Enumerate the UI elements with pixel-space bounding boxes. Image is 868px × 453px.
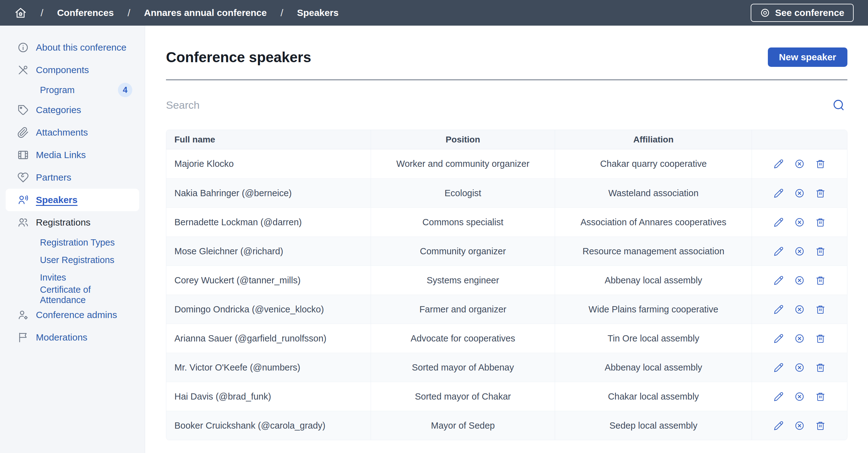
sidebar-item-user-registrations[interactable]: User Registrations — [6, 251, 139, 269]
delete-button[interactable] — [815, 362, 826, 373]
program-count-badge: 4 — [118, 83, 132, 97]
unpublish-button[interactable] — [794, 246, 805, 256]
sidebar-item-partners[interactable]: Partners — [6, 166, 139, 189]
delete-button[interactable] — [815, 188, 826, 198]
cell-position: Systems engineer — [371, 265, 555, 294]
search-icon — [832, 98, 845, 112]
sidebar-item-label: Partners — [36, 172, 71, 183]
unpublish-button[interactable] — [794, 275, 805, 286]
close-circle-icon — [794, 275, 805, 286]
breadcrumb: / Conferences / Annares annual conferenc… — [14, 6, 339, 19]
sidebar-item-moderations[interactable]: Moderations — [6, 326, 139, 349]
info-icon — [17, 41, 29, 53]
cell-position: Commons specialist — [371, 207, 555, 236]
column-header-position: Position — [371, 130, 555, 149]
edit-button[interactable] — [773, 188, 784, 198]
cell-full-name: Domingo Ondricka (@venice_klocko) — [166, 294, 371, 324]
delete-button[interactable] — [815, 333, 826, 344]
edit-icon — [773, 333, 784, 344]
user-voice-icon — [17, 194, 29, 206]
edit-button[interactable] — [773, 159, 784, 169]
cell-actions — [752, 411, 847, 440]
unpublish-button[interactable] — [794, 188, 805, 198]
sidebar-item-label: User Registrations — [40, 255, 115, 265]
edit-icon — [773, 304, 784, 315]
edit-button[interactable] — [773, 304, 784, 315]
sidebar-item-components[interactable]: Components — [6, 59, 139, 81]
group-icon — [17, 217, 29, 228]
cell-affiliation: Sedep local assembly — [555, 411, 752, 440]
delete-button[interactable] — [815, 275, 826, 286]
search-input[interactable] — [166, 99, 847, 111]
unpublish-button[interactable] — [794, 304, 805, 315]
unpublish-button[interactable] — [794, 362, 805, 373]
page-title: Conference speakers — [166, 49, 311, 66]
sidebar: About this conferenceComponentsProgram4C… — [0, 26, 145, 453]
cell-full-name: Booker Cruickshank (@carola_grady) — [166, 411, 371, 440]
edit-button[interactable] — [773, 275, 784, 286]
trash-icon — [815, 188, 826, 198]
edit-button[interactable] — [773, 246, 784, 256]
delete-button[interactable] — [815, 304, 826, 315]
edit-button[interactable] — [773, 392, 784, 402]
eye-icon — [760, 8, 770, 18]
breadcrumb-conference-name[interactable]: Annares annual conference — [144, 7, 267, 18]
breadcrumb-conferences[interactable]: Conferences — [57, 7, 114, 18]
delete-button[interactable] — [815, 392, 826, 402]
trash-icon — [815, 159, 826, 169]
edit-button[interactable] — [773, 421, 784, 431]
cell-position: Ecologist — [371, 178, 555, 207]
edit-button[interactable] — [773, 333, 784, 344]
table-row: Domingo Ondricka (@venice_klocko)Farmer … — [166, 294, 847, 324]
sidebar-item-about-this-conference[interactable]: About this conference — [6, 36, 139, 59]
search-button[interactable] — [832, 98, 845, 112]
delete-button[interactable] — [815, 217, 826, 227]
cell-actions — [752, 265, 847, 294]
sidebar-item-certificate-of-attendance[interactable]: Certificate of Attendance — [6, 286, 139, 304]
sidebar-item-registration-types[interactable]: Registration Types — [6, 234, 139, 251]
cell-full-name: Majorie Klocko — [166, 149, 371, 178]
edit-button[interactable] — [773, 362, 784, 373]
home-gear-icon[interactable] — [14, 6, 27, 19]
edit-icon — [773, 159, 784, 169]
close-circle-icon — [794, 159, 805, 169]
breadcrumb-separator: / — [40, 7, 43, 19]
cell-full-name: Mr. Victor O'Keefe (@numbers) — [166, 353, 371, 382]
sidebar-item-attachments[interactable]: Attachments — [6, 121, 139, 144]
unpublish-button[interactable] — [794, 392, 805, 402]
breadcrumb-speakers[interactable]: Speakers — [297, 7, 339, 18]
unpublish-button[interactable] — [794, 333, 805, 344]
unpublish-button[interactable] — [794, 159, 805, 169]
unpublish-button[interactable] — [794, 217, 805, 227]
user-settings-icon — [17, 309, 29, 321]
new-speaker-button[interactable]: New speaker — [768, 48, 847, 67]
film-icon — [17, 149, 29, 161]
sidebar-item-categories[interactable]: Categories — [6, 99, 139, 121]
sidebar-item-invites[interactable]: Invites — [6, 269, 139, 286]
breadcrumb-separator: / — [280, 7, 283, 19]
delete-button[interactable] — [815, 421, 826, 431]
cell-full-name: Hai Davis (@brad_funk) — [166, 382, 371, 411]
cell-affiliation: Abbenay local assembly — [555, 353, 752, 382]
cell-affiliation: Association of Annares cooperatives — [555, 207, 752, 236]
cell-position: Advocate for cooperatives — [371, 324, 555, 353]
breadcrumb-separator: / — [128, 7, 130, 19]
unpublish-button[interactable] — [794, 421, 805, 431]
sidebar-item-label: Speakers — [36, 195, 78, 205]
edit-icon — [773, 217, 784, 227]
cell-full-name: Arianna Sauer (@garfield_runolfsson) — [166, 324, 371, 353]
close-circle-icon — [794, 421, 805, 431]
cell-affiliation: Resource management association — [555, 236, 752, 265]
sidebar-item-media-links[interactable]: Media Links — [6, 144, 139, 166]
delete-button[interactable] — [815, 159, 826, 169]
cell-full-name: Bernadette Lockman (@darren) — [166, 207, 371, 236]
column-header-affiliation: Affiliation — [555, 130, 752, 149]
cell-affiliation: Abbenay local assembly — [555, 265, 752, 294]
sidebar-item-conference-admins[interactable]: Conference admins — [6, 304, 139, 326]
edit-icon — [773, 421, 784, 431]
sidebar-item-program[interactable]: Program4 — [6, 81, 139, 99]
see-conference-button[interactable]: See conference — [751, 4, 854, 22]
sidebar-item-speakers[interactable]: Speakers — [6, 189, 139, 211]
edit-button[interactable] — [773, 217, 784, 227]
delete-button[interactable] — [815, 246, 826, 256]
